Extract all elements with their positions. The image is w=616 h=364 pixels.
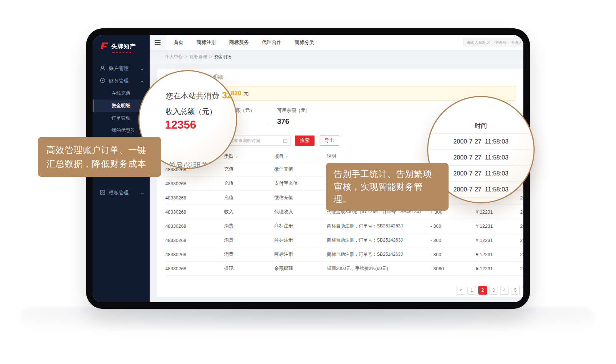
column-header-description: 说明 [327, 153, 421, 159]
callout-text-line: 告别手工统计、告别繁琐 [334, 168, 441, 181]
laptop-base [20, 307, 596, 330]
hamburger-button[interactable] [150, 35, 166, 50]
export-button[interactable]: 导出 [320, 136, 339, 146]
breadcrumb-item[interactable]: 财务管理 [190, 54, 207, 60]
cell-project: 余额提现 [274, 265, 327, 272]
logo-tagline [112, 52, 131, 53]
cell-type: 充值 [224, 166, 274, 173]
chevron-down-icon [141, 66, 144, 72]
page-button-4[interactable]: 4 [500, 286, 509, 295]
cell-project: 商标注册 [274, 251, 327, 258]
cell-balance: ¥ 12231 [467, 223, 520, 229]
cell-amount: - 3060 [421, 266, 467, 271]
sidebar-subitem-recharge[interactable]: 在线充值 [93, 87, 150, 100]
breadcrumb-item[interactable]: 个人中心 [165, 54, 183, 60]
search-button[interactable]: 搜索 [295, 136, 315, 146]
cell-order-no: 48330268 [165, 181, 224, 186]
cell-time: 2000-7-27 11:58:03 [520, 252, 523, 257]
callout-text-line: 审核，实现智能财务管 [334, 181, 441, 193]
cell-amount: - 300 [421, 223, 467, 229]
column-header-label: 类型 [224, 154, 234, 159]
stat-balance: 可用余额（元） 376 [269, 107, 310, 126]
callout-right: 告别手工统计、告别繁琐 审核，实现智能财务管 理。 [326, 163, 449, 211]
nav-item-trademark-service[interactable]: 商标服务 [229, 39, 249, 46]
table-row[interactable]: 48330268 消费 商标注册 商标自助注册，订单号：SB2514263J -… [165, 247, 523, 262]
logo-icon [100, 42, 109, 51]
lens-time-header: 时间 [428, 122, 534, 130]
table-row[interactable]: 48330268 消费 商标注册 商标自助注册，订单号：SB2514263J -… [165, 233, 523, 247]
page-background: 头牌知产 账户管理 [0, 0, 616, 364]
callout-text-line: 高效管理账户订单、一键 [46, 143, 153, 157]
cell-balance: ¥ 12231 [467, 252, 520, 257]
cell-type: 消费 [224, 251, 274, 258]
topbar: 首页 商标注册 商标服务 代理合作 商标分类 [150, 35, 523, 50]
nav-item-trademark-category[interactable]: 商标分类 [295, 39, 314, 46]
next-page-button[interactable]: > [522, 286, 523, 295]
svg-text:¥: ¥ [102, 79, 104, 82]
cell-time: 2000-7-27 11:58:03 [520, 238, 523, 243]
chevron-down-icon [141, 190, 144, 196]
cell-time: 2000-7-27 11:58:03 [520, 195, 523, 201]
cell-type: 消费 [224, 223, 274, 229]
logo: 头牌知产 [93, 35, 150, 53]
finance-icon: ¥ [100, 78, 105, 84]
template-icon [100, 190, 105, 196]
breadcrumb-current: 资金明细 [214, 54, 231, 60]
cell-type: 充值 [224, 180, 274, 187]
breadcrumb-separator: > [185, 54, 187, 59]
sidebar-item-finance[interactable]: ¥ 财务管理 [93, 75, 150, 87]
user-icon [100, 65, 105, 72]
cell-balance: ¥ 12231 [467, 266, 520, 271]
column-header-label: 项目 [274, 154, 284, 159]
cell-order-no: 48330268 [165, 238, 224, 243]
column-header-type[interactable]: 类型∨ [224, 153, 274, 160]
breadcrumb-separator: > [209, 54, 212, 59]
nav-item-home[interactable]: 首页 [174, 39, 183, 46]
nav-item-agent-cooperation[interactable]: 代理合作 [262, 39, 281, 46]
cell-amount: - 300 [421, 238, 467, 243]
cell-time: 2000-7-27 11:58:03 [520, 266, 523, 271]
cell-description: 提现3000元，手续费2%(60元) [327, 266, 421, 272]
sidebar-item-label: 财务管理 [109, 78, 129, 84]
column-header-project[interactable]: 项目∨ [274, 153, 327, 160]
page-button-5[interactable]: 5 [511, 286, 520, 295]
cell-time: 2000-7-27 11:58:03 [520, 223, 523, 229]
cell-balance: ¥ 12231 [467, 209, 520, 215]
nav-item-trademark-register[interactable]: 商标注册 [196, 39, 216, 46]
cell-description: 商标自助注册，订单号：SB2514263J [327, 237, 421, 243]
cell-project: 代理收入 [274, 209, 327, 215]
chevron-up-icon [141, 78, 144, 84]
card-tabs: 资金明细 充值明细 [165, 73, 523, 81]
table-row[interactable]: 48330268 消费 商标注册 商标自助注册，订单号：SB2514263J -… [165, 219, 523, 233]
lens-time-value: 2000-7-27 11:58:03 [428, 133, 534, 149]
cell-project: 支付宝充值 [274, 180, 327, 187]
hamburger-icon [155, 39, 161, 46]
cell-type: 提现 [224, 265, 274, 272]
table-row[interactable]: 48330268 提现 余额提现 提现3000元，手续费2%(60元) - 30… [165, 262, 523, 276]
sort-caret-icon: ∨ [235, 155, 238, 159]
sidebar-item-label: 模板管理 [109, 190, 129, 196]
banner-unit: 元 [243, 90, 248, 97]
cell-project: 商标注册 [274, 223, 327, 229]
cell-type: 充值 [224, 194, 274, 201]
page-button-1[interactable]: 1 [467, 286, 476, 295]
page-button-3[interactable]: 3 [489, 286, 498, 295]
cell-project: 商标注册 [274, 237, 327, 243]
sidebar-item-label: 账户管理 [109, 65, 129, 72]
sidebar-item-account[interactable]: 账户管理 [93, 62, 150, 75]
cell-project: 微信充值 [274, 194, 327, 201]
prev-page-button[interactable]: < [457, 286, 465, 295]
page-button-2-active[interactable]: 2 [478, 286, 487, 295]
cell-balance: ¥ 12231 [467, 238, 520, 243]
cell-order-no: 48330268 [165, 209, 224, 215]
pagination: < 1 2 3 4 5 > [457, 286, 523, 295]
calendar-icon [283, 138, 288, 145]
sidebar-item-template[interactable]: 模板管理 [93, 187, 150, 199]
cell-order-no: 48330268 [165, 266, 224, 271]
lens-banner-text: 您在本站共消费32124 [166, 90, 237, 101]
cell-order-no: 48330268 [165, 223, 224, 229]
callout-text-line: 汇总数据，降低财务成本 [46, 157, 153, 171]
cell-amount: - 300 [421, 252, 467, 257]
lens-income-value: 12356 [165, 118, 196, 132]
search-input[interactable] [463, 38, 523, 46]
